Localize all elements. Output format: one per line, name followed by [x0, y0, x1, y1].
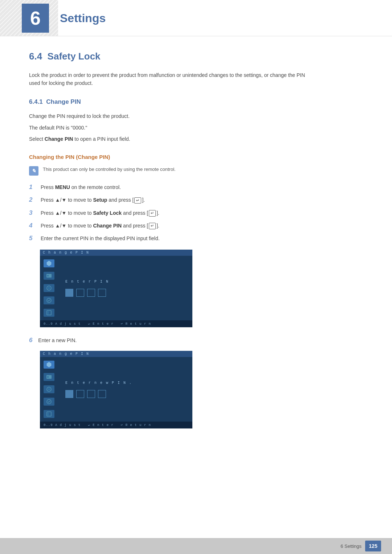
mockup2-icon-1 — [44, 361, 54, 369]
mockup1-label: E n t e r P I N — [65, 280, 185, 284]
footer-section-text: 6 Settings — [340, 543, 362, 549]
mockup1-footer-enter: ↵ E n t e r — [88, 322, 113, 326]
chapter-number: 6 — [30, 7, 41, 29]
note-text: This product can only be controlled by u… — [43, 166, 176, 173]
mockup1-pin-box-4 — [98, 289, 106, 297]
step-num-4: 4 — [29, 221, 36, 230]
svg-point-10 — [48, 388, 50, 390]
mockup2-footer: 0..9 A d j u s t ↵ E n t e r ↩ R e t u r… — [40, 422, 192, 428]
step-3: 3 Press ▲/▼ to move to Safety Lock and p… — [29, 208, 363, 218]
mockup2-pin-box-4 — [98, 390, 106, 398]
step-text-4: Press ▲/▼ to move to Change PIN and pres… — [41, 222, 159, 230]
page-footer: 6 Settings 125 — [0, 538, 392, 554]
section-title: 6.4 Safety Lock — [29, 51, 363, 62]
subheading-changing-pin: Changing the PIN (Change PIN) — [29, 154, 363, 160]
mockup1-icon-2 — [44, 272, 54, 280]
mockup2-footer-enter: ↵ E n t e r — [88, 423, 113, 427]
main-content: 6.4 Safety Lock Lock the product in orde… — [0, 36, 392, 458]
step-text-1: Press MENU on the remote control. — [41, 183, 121, 191]
chapter-header: 6 Settings — [0, 0, 392, 36]
mockup2-footer-adjust: 0..9 A d j u s t — [44, 423, 81, 427]
mockup1-pin-box-3 — [87, 289, 95, 297]
svg-rect-8 — [47, 376, 49, 378]
note-box: ✎ This product can only be controlled by… — [29, 166, 363, 176]
change-pin-bold: Change PIN — [45, 136, 73, 142]
step-text-5: Enter the current PIN in the displayed P… — [41, 234, 160, 242]
chapter-title: Settings — [60, 11, 106, 25]
mockup1-main: E n t e r P I N — [58, 256, 192, 320]
svg-rect-13 — [48, 413, 49, 415]
body-text-3: Select Change PIN to open a PIN input fi… — [29, 135, 312, 144]
step-6-text: 6 Enter a new PIN. — [29, 335, 312, 346]
mockup2-icon-5 — [44, 410, 54, 418]
body-text-1: Change the PIN required to lock the prod… — [29, 112, 312, 121]
mockup1-pin-box-1 — [65, 289, 73, 297]
mockup1-icon-4 — [44, 296, 54, 304]
mockup2-pin-box-2 — [76, 390, 84, 398]
body-text-2: The default PIN is "0000." — [29, 124, 312, 132]
svg-rect-5 — [47, 311, 51, 315]
enter-icon-4: ↵ — [149, 223, 156, 229]
mockup1-icon-1 — [44, 259, 54, 267]
enter-icon-2: ↵ — [134, 197, 141, 204]
svg-rect-1 — [47, 275, 49, 276]
mockup2-body: E n t e r n e w P I N . — [40, 357, 192, 422]
mockup2-sidebar — [40, 357, 58, 422]
enter-icon-3: ↵ — [149, 210, 156, 216]
step-2: 2 Press ▲/▼ to move to Setup and press [… — [29, 195, 363, 205]
mockup1-bar: C h a n g e P I N — [40, 250, 192, 256]
footer-page-number: 125 — [365, 541, 381, 551]
mockup1-sidebar — [40, 256, 58, 320]
mockup1-footer-return: ↩ R e t u r n — [121, 322, 151, 326]
step-text-3: Press ▲/▼ to move to Safety Lock and pre… — [41, 209, 159, 217]
chapter-number-box: 6 — [22, 4, 49, 33]
mockup1-footer: 0..9 A d j u s t ↵ E n t e r ↩ R e t u r… — [40, 320, 192, 327]
step-num-1: 1 — [29, 182, 36, 192]
svg-point-3 — [48, 287, 50, 289]
mockup2-bar: C h a n g e P I N — [40, 351, 192, 357]
mockup2-main: E n t e r n e w P I N . — [58, 357, 192, 422]
step-num-5: 5 — [29, 233, 36, 243]
mockup2-icon-3 — [44, 385, 54, 393]
mockup2-icon-4 — [44, 398, 54, 406]
mockup1-pin-boxes — [65, 289, 185, 297]
mockup2-footer-return: ↩ R e t u r n — [121, 423, 151, 427]
mockup1-footer-adjust: 0..9 A d j u s t — [44, 322, 81, 326]
step-5: 5 Enter the current PIN in the displayed… — [29, 233, 363, 243]
ui-mockup-2: C h a n g e P I N — [40, 351, 192, 428]
intro-text: Lock the product in order to prevent the… — [29, 71, 312, 87]
step-num-2: 2 — [29, 195, 36, 205]
mockup1-body: E n t e r P I N — [40, 256, 192, 320]
step-4: 4 Press ▲/▼ to move to Change PIN and pr… — [29, 221, 363, 230]
step-num-3: 3 — [29, 208, 36, 218]
mockup1-pin-box-2 — [76, 289, 84, 297]
mockup2-label: E n t e r n e w P I N . — [65, 381, 185, 385]
mockup2-pin-box-3 — [87, 390, 95, 398]
subsection-title: 6.4.1 Change PIN — [29, 98, 363, 106]
mockup1-icon-3 — [44, 284, 54, 292]
note-icon: ✎ — [29, 166, 38, 176]
svg-rect-6 — [48, 311, 49, 314]
mockup2-icon-2 — [44, 373, 54, 381]
mockup1-icon-5 — [44, 309, 54, 317]
step-1: 1 Press MENU on the remote control. — [29, 182, 363, 192]
mockup2-pin-boxes — [65, 390, 185, 398]
svg-rect-12 — [47, 412, 51, 416]
step-text-2: Press ▲/▼ to move to Setup and press [↵]… — [41, 196, 145, 204]
mockup2-pin-box-1 — [65, 390, 73, 398]
steps-list: 1 Press MENU on the remote control. 2 Pr… — [29, 182, 363, 243]
ui-mockup-1: C h a n g e P I N — [40, 250, 192, 327]
